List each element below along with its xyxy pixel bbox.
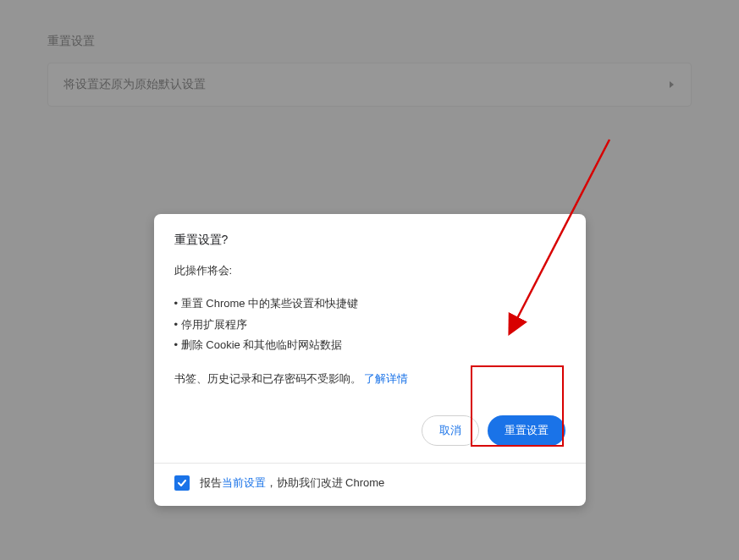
checkmark-icon [177,478,187,488]
footer-suffix: ，协助我们改进 Chrome [266,476,385,489]
current-settings-link[interactable]: 当前设置 [222,476,266,489]
reset-dialog: 重置设置? 此操作将会: 重置 Chrome 中的某些设置和快捷键 停用扩展程序… [154,214,586,506]
dialog-intro: 此操作将会: [174,263,565,278]
learn-more-link[interactable]: 了解详情 [364,372,408,385]
note-line: 书签、历史记录和已存密码不受影响。 了解详情 [174,371,565,387]
modal-overlay: 重置设置? 此操作将会: 重置 Chrome 中的某些设置和快捷键 停用扩展程序… [0,0,739,560]
bullet-item: 停用扩展程序 [174,315,565,336]
footer-prefix: 报告 [200,476,222,489]
note-text: 书签、历史记录和已存密码不受影响。 [174,372,361,385]
bullet-item: 删除 Cookie 和其他临时网站数据 [174,335,565,356]
confirm-reset-button[interactable]: 重置设置 [488,415,565,446]
bullet-list: 重置 Chrome 中的某些设置和快捷键 停用扩展程序 删除 Cookie 和其… [174,294,565,356]
footer-text: 报告当前设置，协助我们改进 Chrome [200,475,385,491]
bullet-item: 重置 Chrome 中的某些设置和快捷键 [174,294,565,315]
cancel-button[interactable]: 取消 [422,415,479,446]
report-settings-checkbox[interactable] [174,475,190,491]
dialog-title: 重置设置? [174,233,565,248]
